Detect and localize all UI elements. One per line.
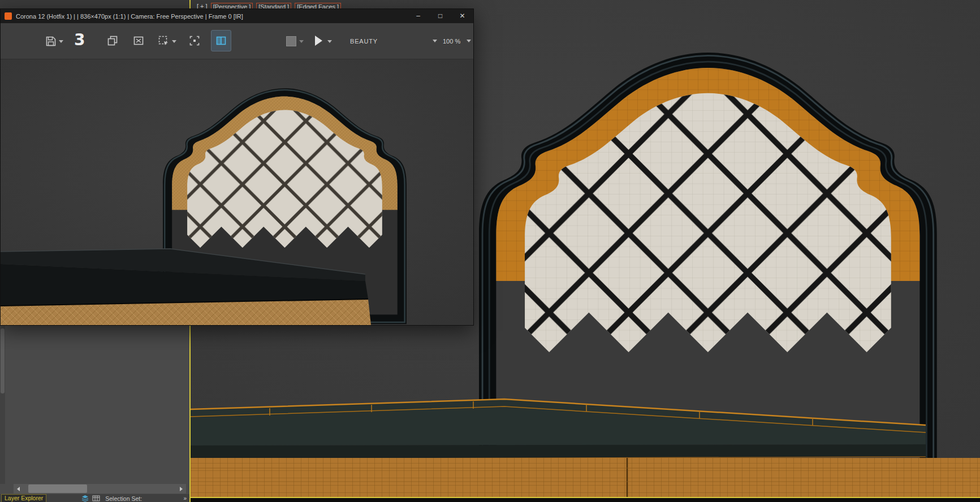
panel-statusbar: Layer Explorer Selection Set: » [0, 494, 189, 502]
corona-vfb-window: Corona 12 (Hotfix 1) | | 836×470px (1:1)… [0, 8, 474, 326]
vfb-toolbar: 3 [1, 23, 473, 59]
window-titlebar[interactable]: Corona 12 (Hotfix 1) | | 836×470px (1:1)… [1, 9, 473, 23]
panel-overflow-chevrons[interactable]: » [183, 495, 187, 501]
layers-icon[interactable] [81, 495, 89, 502]
render-pass-select[interactable]: BEAUTY [347, 23, 437, 59]
selection-grid-icon[interactable] [92, 495, 100, 502]
horizontal-scrollbar[interactable] [14, 484, 186, 494]
selection-set-label: Selection Set: [105, 495, 142, 502]
zoom-dropdown-caret-icon [467, 40, 471, 42]
region-render-button[interactable] [157, 34, 170, 49]
save-image-button[interactable] [45, 35, 57, 50]
close-button[interactable]: ✕ [451, 9, 473, 23]
application-screen: [ + ] [Perspective ] [Standard ] [Edged … [0, 0, 980, 502]
timeline-strip [191, 498, 980, 502]
scroll-left-button[interactable] [14, 484, 23, 494]
save-icon [45, 35, 57, 47]
left-viewport-panel: Layer Explorer Selection Set: » [0, 324, 189, 502]
render-dropdown-caret-icon[interactable] [327, 40, 332, 43]
zoom-select[interactable]: 100 % [443, 23, 471, 59]
save-dropdown-caret-icon[interactable] [59, 40, 63, 43]
minimize-button[interactable]: – [407, 9, 429, 23]
scroll-right-icon [180, 487, 183, 491]
vertical-scrollbar-thumb[interactable] [1, 328, 5, 393]
ab-compare-button[interactable] [211, 30, 231, 51]
ab-split-icon [215, 34, 227, 47]
horizontal-scrollbar-thumb[interactable] [28, 484, 87, 493]
region-render-icon [157, 34, 170, 47]
scroll-left-icon [17, 487, 20, 491]
corona-logo-icon [5, 12, 12, 20]
statusbar-icons [81, 495, 100, 502]
duplicate-to-history-button[interactable] [106, 34, 119, 49]
zoom-value: 100 % [443, 38, 460, 45]
window-title: Corona 12 (Hotfix 1) | | 836×470px (1:1)… [16, 13, 407, 20]
pass-dropdown-caret-icon [433, 40, 437, 42]
fit-to-vfb-button[interactable] [188, 34, 201, 49]
layer-explorer-tab[interactable]: Layer Explorer [1, 494, 46, 502]
render-history-count[interactable]: 3 [74, 31, 85, 49]
rendered-image-area [1, 59, 473, 325]
clear-vfb-button[interactable] [132, 34, 145, 49]
start-render-button[interactable] [315, 36, 322, 46]
maximize-button[interactable]: □ [429, 9, 451, 23]
vertical-scrollbar[interactable] [0, 324, 5, 484]
region-dropdown-caret-icon[interactable] [172, 40, 176, 43]
fit-icon [188, 34, 201, 47]
color-swatch[interactable] [286, 36, 296, 46]
copy-icon [106, 34, 119, 47]
clear-icon [132, 34, 145, 47]
scroll-right-button[interactable] [176, 484, 186, 494]
render-image [1, 59, 473, 325]
render-pass-value: BEAUTY [350, 38, 378, 45]
swatch-dropdown-caret-icon[interactable] [299, 40, 304, 43]
